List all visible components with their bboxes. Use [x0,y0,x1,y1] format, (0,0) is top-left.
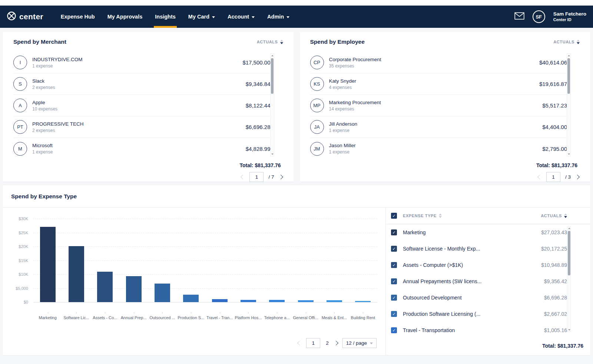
scrollbar-thumb[interactable] [567,58,570,94]
list-item[interactable]: SSlack2 expenses$9,346.84 [13,73,271,95]
table-row[interactable]: ✓Outsourced Development$6,696.28 [391,289,567,306]
expense-type-sort-control[interactable]: EXPENSE TYPE [403,214,442,218]
x-axis-category: Software Lic... [62,312,90,320]
list-item-amount: $6,696.28 [246,124,271,130]
employee-page-input[interactable]: 1 [546,172,560,182]
bar-travel-tran[interactable] [212,299,228,302]
list-item[interactable]: PTPROGRESSIVE TECH2 expenses$6,696.28 [13,116,271,138]
bar-software-lic[interactable] [69,246,84,302]
avatar: JM [310,142,324,156]
row-checkbox[interactable]: ✓ [391,327,397,333]
table-scrollbar[interactable] [567,226,571,332]
previous-page-icon[interactable] [297,341,302,345]
list-item[interactable]: CPCorporate Procurement35 expenses$40,61… [310,52,567,73]
actuals-cell: $1,005.16 [544,327,567,333]
table-row[interactable]: ✓Software License - Monthly Exp...$20,17… [391,241,567,257]
chart-page-2[interactable]: 2 [325,340,329,346]
nav-item-insights[interactable]: Insights [149,6,182,28]
list-item[interactable]: MPMarketing Procurement14 expenses$5,517… [310,95,567,116]
x-axis-tick-label: Meals & Ent... [320,315,348,320]
table-rows: ✓Marketing$27,023.43✓Software License - … [386,224,590,338]
bar-general-offi[interactable] [298,300,314,302]
bars-container [33,219,377,302]
scroll-down-arrow-icon[interactable] [568,329,570,331]
chart-page-input[interactable]: 1 [306,338,320,348]
list-item-amount: $4,404.00 [542,124,567,130]
navbar-right: SF Sam Fetchero Center ID [514,10,586,23]
previous-page-icon[interactable] [241,175,246,179]
bar-marketing[interactable] [40,227,56,302]
bar-outsourced[interactable] [155,284,170,302]
table-row[interactable]: ✓Marketing$27,023.43 [391,224,567,241]
bar-column [119,276,148,302]
bar-production-s[interactable] [183,295,199,302]
employee-scrollbar[interactable] [567,53,571,156]
list-item[interactable]: AApple10 expenses$8,122.44 [13,95,271,116]
messages-envelope-icon[interactable] [514,12,524,21]
actuals-cell: $20,172.25 [541,246,567,252]
scroll-down-arrow-icon[interactable] [271,153,274,155]
list-item[interactable]: JAJill Anderson1 expense$4,404.00 [310,116,567,138]
table-row[interactable]: ✓Assets - Computer (>$1K)$10,948.89 [391,257,567,273]
actuals-cell: $10,948.89 [541,262,567,268]
scrollbar-thumb[interactable] [568,231,570,275]
list-item-name: Microsoft [32,143,241,148]
x-axis-tick-label: Telephone a... [263,315,291,320]
bar-annual-prep[interactable] [126,276,142,302]
row-checkbox[interactable]: ✓ [391,229,397,235]
employee-sort-control[interactable]: ACTUALS [553,40,580,44]
page-size-select[interactable]: 12 / page [342,338,377,348]
spend-by-employee-card: Spend by Employee ACTUALS CPCorporate Pr… [300,32,590,182]
scroll-up-arrow-icon[interactable] [271,55,274,56]
bar-platform-hos[interactable] [241,300,256,302]
row-checkbox[interactable]: ✓ [391,311,397,317]
nav-item-label: My Approvals [107,14,143,20]
next-page-icon[interactable] [334,341,338,345]
scroll-up-arrow-icon[interactable] [568,55,570,56]
nav-item-expense-hub[interactable]: Expense Hub [54,6,101,28]
scroll-down-arrow-icon[interactable] [568,153,570,155]
row-checkbox[interactable]: ✓ [391,262,397,268]
bar-building-rent[interactable] [355,301,371,302]
bar-assets-co[interactable] [97,272,113,302]
actuals-cell: $6,696.28 [544,295,567,301]
bar-meals-ent[interactable] [327,300,342,302]
merchant-sort-control[interactable]: ACTUALS [257,40,283,44]
scrollbar-thumb[interactable] [271,58,274,94]
merchant-total-value: $81,337.76 [255,162,281,168]
list-item[interactable]: MMicrosoft1 expense$4,828.99 [13,138,271,159]
center-logo[interactable]: center [7,11,43,22]
user-avatar[interactable]: SF [533,10,545,23]
merchant-page-input[interactable]: 1 [249,172,264,182]
list-item[interactable]: KSKaty Snyder4 expenses$19,616.87 [310,73,567,95]
employee-list: CPCorporate Procurement35 expenses$40,61… [310,52,580,159]
table-row[interactable]: ✓Production Software Licensing (...$2,66… [391,306,567,322]
select-all-checkbox[interactable]: ✓ [391,213,397,219]
list-item[interactable]: IINDUSTRYDIVE.COM1 expense$17,500.00 [13,52,271,73]
chevron-down-icon [252,16,255,18]
table-row[interactable]: ✓Travel - Transportation$1,005.16 [391,322,567,338]
actuals-sort-control[interactable]: ACTUALS [541,214,567,218]
previous-page-icon[interactable] [537,175,542,179]
next-page-icon[interactable] [278,175,283,179]
scroll-up-arrow-icon[interactable] [568,228,570,229]
y-axis-tick-label: $0 [7,300,28,304]
next-page-icon[interactable] [575,175,580,179]
nav-item-my-approvals[interactable]: My Approvals [101,6,149,28]
list-item[interactable]: JMJason Miller1 expense$2,795.00 [310,138,567,159]
bar-column [291,300,320,302]
nav-item-my-card[interactable]: My Card [182,6,221,28]
nav-item-admin[interactable]: Admin [261,6,296,28]
user-menu[interactable]: Sam Fetchero Center ID [553,11,586,23]
row-checkbox[interactable]: ✓ [391,278,397,284]
nav-item-label: Expense Hub [61,14,95,20]
list-item-text: Apple10 expenses [32,100,241,112]
merchant-scrollbar[interactable] [270,53,274,156]
row-checkbox[interactable]: ✓ [391,246,397,252]
nav-item-account[interactable]: Account [221,6,261,28]
axis-tick [76,312,77,314]
row-checkbox[interactable]: ✓ [391,295,397,301]
table-row[interactable]: ✓Annual Prepayments (SW licens...$9,356.… [391,273,567,289]
bar-telephone-a[interactable] [269,300,285,302]
list-item-subtitle: 4 expenses [329,85,534,90]
